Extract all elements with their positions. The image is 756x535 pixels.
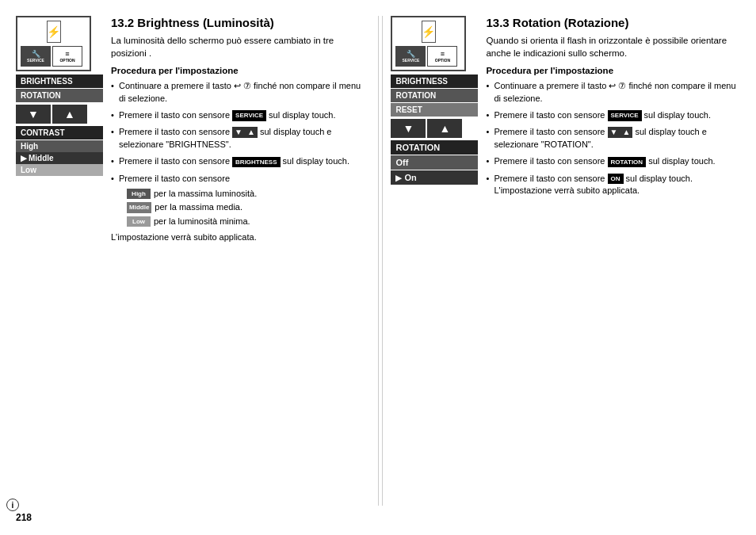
- option-label: OPTION: [59, 58, 74, 63]
- flash-icon-right: ⚡: [422, 21, 436, 43]
- menu-brightness-right: BRIGHTNESS: [391, 75, 478, 88]
- arrow-buttons-right: ▼ ▲: [391, 119, 466, 138]
- note-high: High per la massima luminosità.: [127, 188, 366, 200]
- bullet-1-left: Continuare a premere il tasto ↩ ⑦ finché…: [111, 80, 366, 105]
- rotation-badge: ROTATION: [608, 157, 647, 167]
- vertical-divider: [378, 16, 379, 506]
- contrast-header: CONTRAST: [16, 126, 103, 139]
- service-label-right: SERVICE: [403, 58, 420, 63]
- option-label-right: OPTION: [435, 58, 450, 63]
- bullet-3-left: Premere il tasto con sensore ▼▲ sul disp…: [111, 126, 366, 151]
- service-label: SERVICE: [27, 58, 44, 63]
- middle-badge: Middle: [127, 202, 151, 212]
- section-intro-right: Quando si orienta il flash in orizzontal…: [486, 34, 740, 59]
- middle-item: ▶Middle: [16, 152, 103, 164]
- high-badge: High: [127, 189, 151, 199]
- procedure-title-left: Procedura per l'impostazione: [111, 66, 366, 75]
- high-text: per la massima luminosità.: [154, 188, 257, 200]
- down-arrow-btn-right[interactable]: ▼: [391, 119, 426, 138]
- bullet-4-right: Premere il tasto con sensore ROTATION su…: [486, 155, 740, 167]
- bullet-3-right: Premere il tasto con sensore ▼▲ sul disp…: [486, 126, 740, 151]
- closing-left: L'impostazione verrà subito applicata.: [111, 232, 366, 242]
- bullet-1-right: Continuare a premere il tasto ↩ ⑦ finché…: [486, 80, 740, 105]
- flash-icon: ⚡: [47, 21, 61, 43]
- up-icon-right: ▲: [620, 127, 632, 138]
- note-low: Low per la luminosità minima.: [127, 216, 366, 227]
- high-item: High: [16, 140, 103, 152]
- bullet-4-left: Premere il tasto con sensore BRIGHTNESS …: [111, 155, 366, 167]
- low-badge: Low: [127, 216, 151, 227]
- section-intro-left: La luminosità dello schermo può essere c…: [111, 34, 366, 59]
- bullet-5-right: Premere il tasto con sensore ON sul disp…: [486, 173, 740, 197]
- rotation-label: ROTATION: [391, 140, 478, 155]
- left-device-panel: ⚡ 🔧 SERVICE ≡ OPTION BRIGHTNESS: [16, 16, 103, 506]
- page-footer: 218: [16, 506, 740, 523]
- right-column: ⚡ 🔧 SERVICE ≡ OPTION BRIGHTNESS: [382, 16, 740, 506]
- play-arrow: ▶: [395, 174, 402, 182]
- middle-text: per la massima media.: [155, 201, 242, 213]
- down-icon: ▼: [232, 127, 245, 138]
- left-text: 13.2 Brightness (Luminosità) La luminosi…: [111, 16, 366, 506]
- menu-rotation-right: ROTATION: [391, 89, 478, 102]
- up-arrow-btn-right[interactable]: ▲: [427, 119, 462, 138]
- rotation-off: Off: [391, 155, 478, 170]
- left-column: ⚡ 🔧 SERVICE ≡ OPTION BRIGHTNESS: [16, 16, 374, 506]
- bullet-list-right: Continuare a premere il tasto ↩ ⑦ finché…: [486, 80, 740, 197]
- note-list: High per la massima luminosità. Middle p…: [127, 188, 366, 227]
- low-text: per la luminosità minima.: [154, 216, 250, 227]
- down-icon-right: ▼: [608, 127, 620, 138]
- arrow-buttons-left: ▼ ▲: [16, 105, 91, 124]
- menu-rotation: ROTATION: [16, 89, 103, 102]
- bullet-5-left: Premere il tasto con sensore High per la…: [111, 173, 366, 228]
- note-middle: Middle per la massima media.: [127, 201, 366, 213]
- menu-reset-right: RESET: [391, 103, 478, 117]
- bullet-list-left: Continuare a premere il tasto ↩ ⑦ finché…: [111, 80, 366, 227]
- procedure-title-right: Procedura per l'impostazione: [486, 66, 740, 75]
- brightness-badge: BRIGHTNESS: [232, 157, 280, 167]
- info-circle: i: [6, 499, 19, 511]
- bullet-2-left: Premere il tasto con sensore SERVICE sul…: [111, 109, 366, 121]
- right-device-panel: ⚡ 🔧 SERVICE ≡ OPTION BRIGHTNESS: [391, 16, 478, 506]
- up-icon: ▲: [245, 127, 258, 138]
- bullet-2-right: Premere il tasto con sensore SERVICE sul…: [486, 109, 740, 121]
- down-arrow-btn[interactable]: ▼: [16, 105, 51, 124]
- service-badge-right: SERVICE: [608, 110, 642, 120]
- section-title-right: 13.3 Rotation (Rotazione): [486, 16, 740, 29]
- low-item: Low: [16, 164, 103, 176]
- right-text: 13.3 Rotation (Rotazione) Quando si orie…: [486, 16, 740, 506]
- menu-brightness: BRIGHTNESS: [16, 75, 103, 88]
- on-badge: ON: [608, 174, 624, 184]
- up-arrow-btn[interactable]: ▲: [52, 105, 87, 124]
- section-title-left: 13.2 Brightness (Luminosità): [111, 16, 366, 29]
- rotation-on: ▶ On: [391, 170, 478, 185]
- service-badge: SERVICE: [232, 110, 266, 120]
- page: ⚡ 🔧 SERVICE ≡ OPTION BRIGHTNESS: [0, 0, 756, 535]
